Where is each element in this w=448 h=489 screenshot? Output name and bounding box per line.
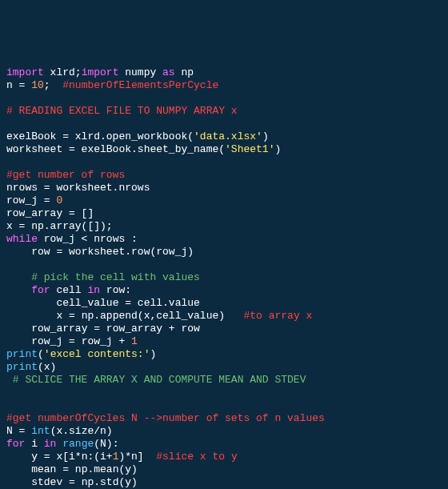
builtin-print: print — [6, 348, 38, 360]
comment: # SCLICE THE ARRAY X AND COMPUTE MEAN AN… — [6, 374, 306, 386]
builtin-print: print — [6, 361, 38, 373]
line-02: n = 10; #numberOfElementsPerCycle — [6, 79, 218, 91]
line-06: #get number of rows — [6, 169, 125, 181]
line-04: exelBook = xlrd.open_workbook('data.xlsx… — [6, 130, 269, 142]
comment: #get number of rows — [6, 169, 125, 181]
line-19: print('excel contents:') — [6, 348, 156, 360]
line-09: row_array = [] — [6, 207, 94, 219]
comment: # READING EXCEL FILE TO NUMPY ARRAY x — [6, 105, 238, 117]
line-24: for i in range(N): — [6, 438, 118, 450]
keyword-while: while — [6, 233, 38, 245]
keyword-import: import — [82, 66, 119, 78]
blank-line — [6, 259, 13, 271]
builtin-range: range — [62, 438, 94, 450]
line-20: print(x) — [6, 361, 56, 373]
comment: #to array x — [243, 310, 312, 322]
string-literal: 'Sheet1' — [225, 143, 274, 155]
keyword-in: in — [44, 438, 57, 450]
comment: #numberOfElementsPerCycle — [62, 79, 218, 91]
code-block: import xlrd;import numpy as np n = 10; #… — [6, 54, 442, 489]
line-21: # SCLICE THE ARRAY X AND COMPUTE MEAN AN… — [6, 374, 306, 386]
blank-line — [6, 92, 13, 104]
line-07: nrows = worksheet.nrows — [6, 182, 150, 194]
line-12: row = worksheet.row(row_j) — [6, 246, 194, 258]
line-15: cell_value = cell.value — [6, 297, 200, 309]
line-08: row_j = 0 — [6, 194, 62, 206]
keyword-for: for — [6, 438, 25, 450]
blank-line — [6, 399, 13, 411]
keyword-in: in — [87, 284, 100, 296]
line-18: row_j = row_j + 1 — [6, 335, 138, 347]
comment: #get numberOfCycles N -->number of sets … — [6, 412, 325, 424]
line-16: x = np.append(x,cell_value) #to array x — [6, 310, 312, 322]
keyword-import: import — [6, 66, 44, 78]
line-25: y = x[i*n:(i+1)*n] #slice x to y — [6, 451, 238, 463]
comment: # pick the cell with values — [31, 271, 200, 283]
line-03: # READING EXCEL FILE TO NUMPY ARRAY x — [6, 105, 238, 117]
number-literal: 1 — [131, 335, 138, 347]
builtin-int: int — [31, 425, 50, 437]
line-26: mean = np.mean(y) — [6, 463, 138, 475]
string-literal: 'data.xlsx' — [194, 130, 262, 142]
line-14: for cell in row: — [6, 284, 131, 296]
number-literal: 10 — [31, 79, 44, 91]
number-literal: 0 — [56, 194, 62, 206]
line-10: x = np.array([]); — [6, 220, 113, 232]
line-11: while row_j < nrows : — [6, 233, 138, 245]
line-27: stdev = np.std(y) — [6, 476, 138, 488]
string-literal: 'excel contents:' — [44, 348, 150, 360]
line-17: row_array = row_array + row — [6, 323, 200, 335]
line-01: import xlrd;import numpy as np — [6, 66, 194, 78]
comment: #slice x to y — [156, 451, 237, 463]
line-22: #get numberOfCycles N -->number of sets … — [6, 412, 325, 424]
keyword-as: as — [162, 66, 175, 78]
blank-line — [6, 156, 13, 168]
keyword-for: for — [31, 284, 50, 296]
blank-line — [6, 387, 13, 399]
line-23: N = int(x.size/n) — [6, 425, 113, 437]
blank-line — [6, 118, 13, 130]
line-13: # pick the cell with values — [6, 271, 200, 283]
line-05: worksheet = exelBook.sheet_by_name('Shee… — [6, 143, 281, 155]
